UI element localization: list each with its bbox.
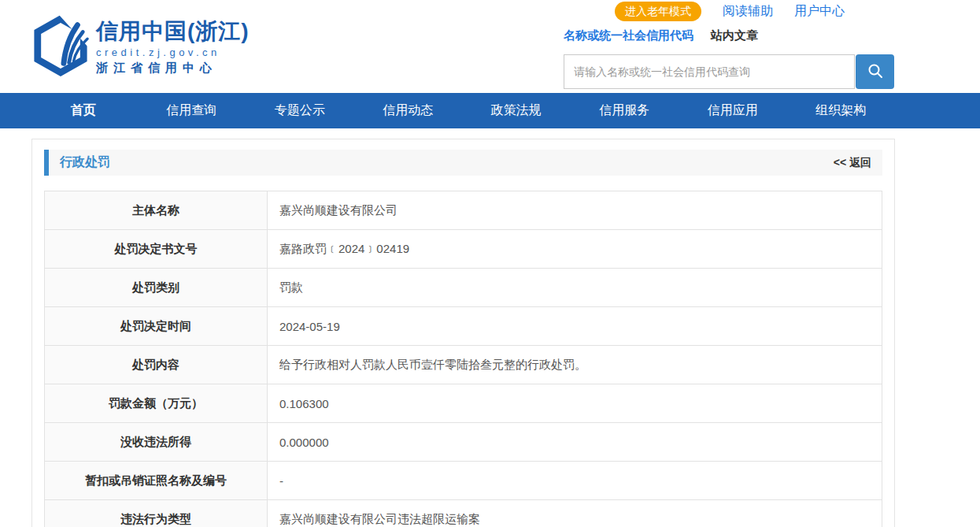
content-card: 行政处罚 << 返回 主体名称 嘉兴尚顺建设有限公司 处罚决定书文号 嘉路政罚﹝…: [31, 139, 895, 527]
row-label: 处罚内容: [45, 346, 268, 384]
table-row: 处罚内容 给予行政相对人罚款人民币壹仟零陆拾叁元整的行政处罚。: [45, 346, 882, 384]
row-value: 0.106300: [268, 384, 882, 422]
page-title: 行政处罚: [60, 154, 110, 171]
table-row: 主体名称 嘉兴尚顺建设有限公司: [45, 191, 882, 230]
row-value: 罚款: [268, 269, 882, 306]
row-value: 2024-05-19: [268, 307, 882, 345]
back-link[interactable]: << 返回: [834, 156, 871, 170]
search-button[interactable]: [856, 54, 894, 89]
search-icon: [867, 62, 884, 82]
nav-item-credit-query[interactable]: 信用查询: [138, 93, 246, 128]
row-value: -: [268, 462, 882, 499]
row-label: 主体名称: [45, 191, 268, 229]
table-row: 罚款金额（万元） 0.106300: [45, 384, 882, 423]
row-label: 处罚决定书文号: [45, 230, 268, 268]
logo-hexagon-icon: [31, 14, 90, 80]
table-row: 处罚决定书文号 嘉路政罚﹝2024﹞02419: [45, 230, 882, 269]
row-label: 暂扣或吊销证照名称及编号: [45, 462, 268, 499]
top-controls: 进入老年模式 阅读辅助 用户中心: [615, 2, 845, 21]
table-row: 没收违法所得 0.000000: [45, 423, 882, 462]
tab-credit-code[interactable]: 名称或统一社会信用代码: [564, 28, 693, 43]
nav-item-credit-apps[interactable]: 信用应用: [679, 93, 787, 128]
reading-assist-link[interactable]: 阅读辅助: [723, 3, 773, 20]
nav-item-credit-news[interactable]: 信用动态: [354, 93, 463, 128]
user-center-link[interactable]: 用户中心: [794, 3, 845, 20]
logo-title: 信用中国(浙江): [96, 19, 250, 44]
penalty-detail-table: 主体名称 嘉兴尚顺建设有限公司 处罚决定书文号 嘉路政罚﹝2024﹞02419 …: [44, 191, 882, 527]
row-label: 处罚类别: [45, 269, 268, 306]
logo-subtitle: 浙江省信用中心: [96, 61, 250, 76]
tab-site-articles[interactable]: 站内文章: [711, 28, 758, 43]
row-value: 给予行政相对人罚款人民币壹仟零陆拾叁元整的行政处罚。: [268, 346, 882, 384]
table-row: 处罚决定时间 2024-05-19: [45, 307, 882, 346]
table-row: 处罚类别 罚款: [45, 269, 882, 307]
row-value: 嘉兴尚顺建设有限公司: [268, 191, 882, 229]
logo-domain: credit.zj.gov.cn: [96, 46, 250, 58]
nav-item-organization[interactable]: 组织架构: [787, 93, 896, 128]
row-value: 嘉路政罚﹝2024﹞02419: [268, 230, 882, 268]
site-logo[interactable]: 信用中国(浙江) credit.zj.gov.cn 浙江省信用中心: [31, 14, 250, 80]
row-label: 没收违法所得: [45, 423, 268, 461]
main-nav: 首页 信用查询 专题公示 信用动态 政策法规 信用服务 信用应用 组织架构: [0, 93, 980, 128]
row-label: 违法行为类型: [45, 500, 268, 527]
table-row: 违法行为类型 嘉兴尚顺建设有限公司违法超限运输案: [45, 500, 882, 527]
row-value: 嘉兴尚顺建设有限公司违法超限运输案: [268, 500, 882, 527]
nav-item-home[interactable]: 首页: [29, 93, 138, 128]
row-value: 0.000000: [268, 423, 882, 461]
table-row: 暂扣或吊销证照名称及编号 -: [45, 462, 882, 500]
search-tabs: 名称或统一社会信用代码 站内文章: [564, 28, 775, 43]
nav-item-special-publicity[interactable]: 专题公示: [246, 93, 354, 128]
search-bar: [564, 54, 894, 89]
nav-item-credit-services[interactable]: 信用服务: [571, 93, 679, 128]
row-label: 罚款金额（万元）: [45, 384, 268, 422]
nav-item-policies[interactable]: 政策法规: [462, 93, 571, 128]
row-label: 处罚决定时间: [45, 307, 268, 345]
card-titlebar: 行政处罚 << 返回: [44, 150, 882, 176]
search-input[interactable]: [564, 54, 855, 89]
site-header: 信用中国(浙江) credit.zj.gov.cn 浙江省信用中心 进入老年模式…: [0, 0, 980, 93]
elder-mode-button[interactable]: 进入老年模式: [615, 2, 701, 21]
